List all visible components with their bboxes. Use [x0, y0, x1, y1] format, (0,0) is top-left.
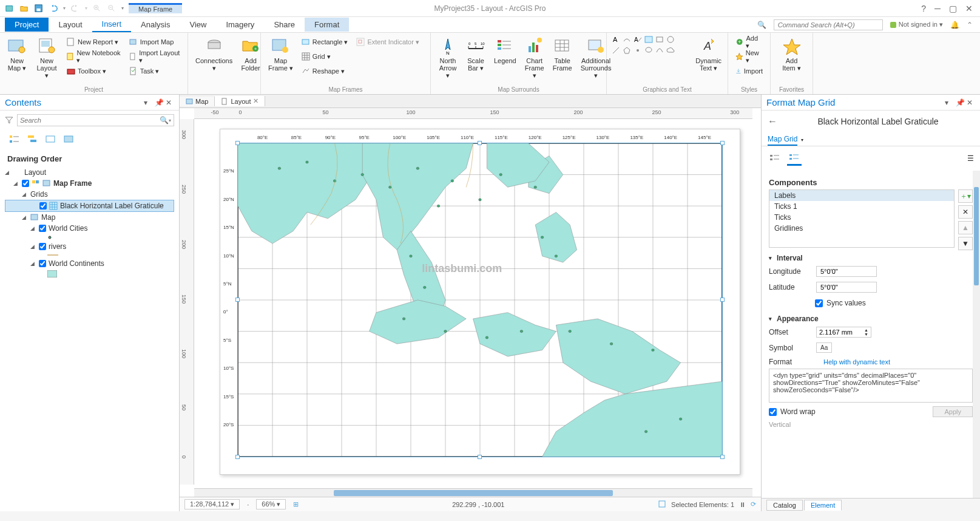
back-icon[interactable]: ←: [768, 116, 777, 127]
close-icon[interactable]: ✕: [965, 4, 973, 13]
format-textbox[interactable]: <dyn type="grid" units="dms" decimalPlac…: [769, 369, 973, 403]
rectangle-icon[interactable]: [655, 35, 664, 44]
components-view-icon[interactable]: [787, 151, 802, 166]
latitude-input[interactable]: [816, 282, 877, 293]
longitude-input[interactable]: [816, 266, 877, 277]
redo-dropdown[interactable]: ▾: [85, 5, 87, 11]
view-by-element-icon[interactable]: [62, 132, 76, 147]
extent-indicator-button[interactable]: Extent Indicator ▾: [354, 35, 422, 49]
cloud-icon[interactable]: [666, 46, 675, 55]
move-down-button[interactable]: ▼: [958, 237, 973, 250]
dynamic-text-button[interactable]: ADynamic Text ▾: [693, 35, 724, 73]
remove-component-button[interactable]: ✕: [958, 205, 973, 219]
map-frame-checkbox[interactable]: [22, 180, 29, 187]
view-by-selection-icon[interactable]: [44, 132, 58, 147]
toolbox-button[interactable]: Toolbox ▾: [64, 64, 123, 78]
interval-section[interactable]: Interval: [769, 250, 973, 264]
tree-cities-symbol[interactable]: [5, 234, 174, 241]
text-straight-icon[interactable]: A: [634, 35, 642, 44]
tree-map-frame[interactable]: ◢Map Frame: [5, 178, 174, 189]
text-curved-icon[interactable]: [623, 35, 631, 44]
zoom-in-icon[interactable]: [92, 4, 102, 13]
format-close-icon[interactable]: ✕: [967, 98, 975, 107]
tab-project[interactable]: Project: [5, 18, 49, 32]
horizontal-scrollbar[interactable]: [194, 488, 752, 497]
panel-close-icon[interactable]: ✕: [166, 98, 174, 107]
zoom-out-icon[interactable]: [107, 4, 117, 13]
panel-menu-icon[interactable]: ▾: [144, 98, 152, 107]
styles-new-button[interactable]: New ▾: [733, 50, 765, 63]
search-icon[interactable]: 🔍: [160, 116, 169, 124]
new-project-icon[interactable]: [5, 4, 15, 13]
refresh-icon[interactable]: ⟳: [751, 500, 756, 508]
add-item-button[interactable]: Add Item ▾: [776, 35, 808, 73]
tab-insert[interactable]: Insert: [92, 17, 132, 32]
tree-map[interactable]: ◢Map: [5, 212, 174, 223]
polygon-icon[interactable]: [623, 46, 631, 55]
notifications-icon[interactable]: 🔔: [950, 21, 959, 29]
component-labels[interactable]: Labels: [769, 190, 954, 201]
snapping-icon[interactable]: ⊞: [293, 500, 299, 508]
reshape-button[interactable]: Reshape ▾: [299, 64, 351, 78]
import-layout-button[interactable]: Import Layout ▾: [127, 50, 183, 63]
line-icon[interactable]: [612, 46, 620, 55]
styles-import-button[interactable]: Import: [733, 64, 765, 78]
command-search-input[interactable]: [774, 19, 883, 30]
move-up-button[interactable]: ▲: [958, 221, 973, 234]
layout-page[interactable]: lintasbumi.com 80°E85°E90°E95°E100°E105°…: [220, 129, 740, 475]
burger-menu-icon[interactable]: ☰: [967, 154, 974, 163]
offset-spinner[interactable]: ▲▼: [816, 327, 871, 338]
filter-icon[interactable]: [5, 116, 13, 124]
pause-drawing-icon[interactable]: ⏸: [739, 501, 746, 508]
graticule-checkbox[interactable]: [39, 202, 47, 209]
tab-imagery[interactable]: Imagery: [216, 18, 264, 32]
connections-button[interactable]: Connections ▾: [193, 35, 235, 73]
grid-button[interactable]: Grid ▾: [299, 50, 351, 63]
curve-icon[interactable]: [655, 46, 664, 55]
redo-icon[interactable]: [70, 4, 80, 13]
chart-frame-button[interactable]: Chart Frame ▾: [522, 35, 547, 81]
new-notebook-button[interactable]: New Notebook ▾: [64, 50, 123, 63]
element-tab[interactable]: Element: [804, 500, 842, 511]
view-by-data-source-icon[interactable]: [25, 132, 40, 147]
catalog-tab[interactable]: Catalog: [766, 500, 803, 511]
rectangle-button[interactable]: Rectangle ▾: [299, 35, 351, 49]
panel-pin-icon[interactable]: 📌: [155, 98, 163, 107]
text-icon[interactable]: A: [612, 35, 620, 44]
tab-view[interactable]: View: [180, 18, 216, 32]
add-component-button[interactable]: ＋▾: [958, 189, 973, 203]
new-map-button[interactable]: New Map ▾: [5, 35, 29, 73]
scale-field[interactable]: 1:28,784,112 ▾: [184, 499, 240, 509]
point-icon[interactable]: [634, 46, 642, 55]
legend-button[interactable]: Legend: [492, 35, 519, 66]
undo-icon[interactable]: [49, 4, 58, 13]
picture-icon[interactable]: [644, 35, 653, 44]
table-frame-button[interactable]: Table Frame: [550, 35, 575, 73]
apply-button[interactable]: Apply: [933, 406, 973, 417]
cities-checkbox[interactable]: [39, 225, 46, 232]
contents-search[interactable]: 🔍 ▾: [17, 114, 174, 126]
tab-layout[interactable]: Layout: [49, 18, 92, 32]
tab-share[interactable]: Share: [264, 18, 305, 32]
undo-dropdown[interactable]: ▾: [63, 5, 66, 11]
styles-add-button[interactable]: +Add ▾: [733, 35, 765, 49]
circle-icon[interactable]: [666, 35, 675, 44]
offset-input[interactable]: [819, 329, 862, 336]
qat-customize[interactable]: ▾: [121, 5, 124, 11]
help-link[interactable]: Help with dynamic text: [823, 358, 890, 366]
tree-rivers-symbol[interactable]: [5, 252, 174, 258]
component-gridlines[interactable]: Gridlines: [769, 223, 954, 234]
import-map-button[interactable]: Import Map: [127, 35, 183, 49]
contents-search-input[interactable]: [20, 117, 160, 124]
maximize-icon[interactable]: ▢: [949, 4, 957, 13]
components-list[interactable]: Labels Ticks 1 Ticks Gridlines: [769, 189, 955, 248]
minimize-icon[interactable]: ─: [934, 4, 941, 13]
sync-values-checkbox[interactable]: [815, 299, 823, 307]
signin-button[interactable]: Not signed in ▾: [890, 21, 943, 29]
tree-world-cities[interactable]: ◢World Cities: [5, 223, 174, 234]
open-project-icon[interactable]: [19, 4, 29, 13]
symbol-preview-button[interactable]: Aa: [816, 342, 832, 353]
add-folder-button[interactable]: +Add Folder: [238, 35, 263, 73]
canvas-inner[interactable]: lintasbumi.com 80°E85°E90°E95°E100°E105°…: [194, 119, 752, 485]
continents-checkbox[interactable]: [39, 260, 46, 267]
